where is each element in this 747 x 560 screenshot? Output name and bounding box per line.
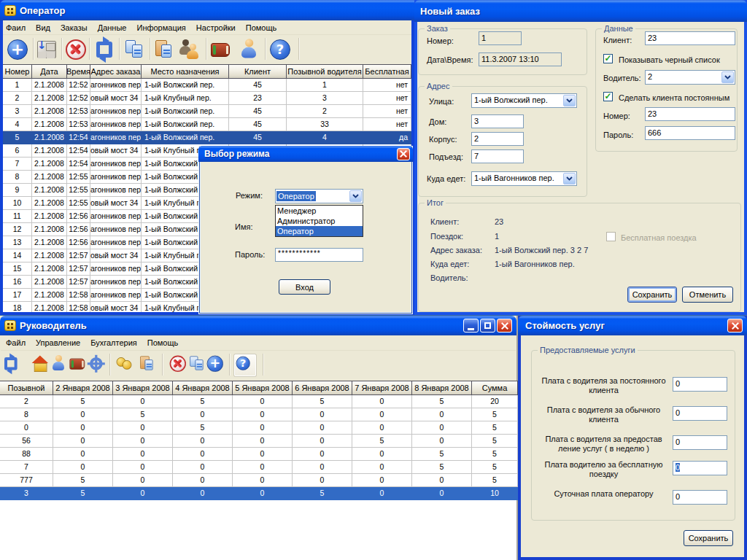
building-field[interactable]: 2 [471,132,524,146]
column-header[interactable]: Адрес заказа [90,64,142,79]
service-field[interactable]: 0 [673,461,727,475]
mode-combo[interactable]: Оператор [275,189,363,203]
toolbar-book-button[interactable] [209,38,232,61]
table-row[interactable]: 8800000055 [0,448,518,461]
toolbar-settings-button[interactable] [87,354,110,378]
menu-item[interactable]: Файл [1,338,31,347]
perm-number-field[interactable]: 23 [645,107,735,121]
order-number-field[interactable]: 1 [479,31,522,45]
minimize-button[interactable] [463,319,479,332]
street-combo-arrow[interactable] [563,95,576,106]
table-row[interactable]: 77750000005 [0,474,518,487]
table-row[interactable]: 12.1.200812:52агонников пер.1-ый Волжски… [3,79,411,92]
toolbar-coins-button[interactable] [115,354,139,378]
table-row[interactable]: 3500050010 [0,487,518,500]
toolbar-clients-button[interactable] [178,38,201,61]
column-header[interactable]: 8 Января 2008 [412,381,472,395]
cancel-button[interactable]: Отменить [682,287,733,303]
column-header[interactable]: 7 Января 2008 [352,381,412,395]
service-field[interactable]: 0 [673,435,727,450]
toolbar-paste-button[interactable] [137,354,160,378]
operator-titlebar[interactable]: Оператор [0,0,414,20]
menu-item[interactable]: Бухгалтерия [85,338,142,347]
order-datetime-field[interactable]: 11.3.2007 13:10 [479,52,562,66]
menu-item[interactable]: Информация [131,23,190,32]
toolbar-paste-button[interactable] [152,38,175,61]
toolbar-delete-button[interactable] [64,38,88,61]
column-header[interactable]: Бесплатная [363,64,411,79]
column-header[interactable]: Позывной [0,381,53,395]
toolbar-add-button[interactable]: + [6,38,29,61]
blacklist-checkbox[interactable]: ✓ [603,54,613,63]
service-field[interactable]: 0 [673,490,727,505]
login-button[interactable]: Вход [279,279,330,295]
menu-item[interactable]: Фаил [1,23,31,32]
cell: 0 [113,435,173,448]
save-button[interactable]: Сохранить [627,287,677,303]
dropdown-option[interactable]: Администратор [276,216,363,226]
table-row[interactable]: 42.1.200812:53агонников пер.1-ый Волжски… [3,118,411,131]
menu-item[interactable]: Вид [31,23,55,32]
perm-password-field[interactable]: 666 [645,126,735,140]
manager-close-button[interactable] [497,319,512,332]
service-field[interactable]: 0 [673,377,727,392]
toolbar-add-button[interactable]: + [206,354,229,378]
mode-combo-arrow[interactable] [349,190,362,202]
house-field[interactable]: 3 [471,114,524,128]
services-save-button[interactable]: Сохранить [684,530,733,546]
services-titlebar[interactable]: Стоймость услуг [518,316,747,335]
toolbar-help-button[interactable]: ? [268,38,292,61]
services-close-button[interactable] [727,319,743,332]
toolbar-copy-button[interactable] [123,38,146,61]
table-row[interactable]: 5600000505 [0,435,518,448]
table-row[interactable]: 52.1.200812:54агонников пер.1-ый Волжски… [3,131,411,144]
destination-combo-arrow[interactable] [563,173,576,184]
column-header[interactable]: Дата [32,64,67,79]
menu-item[interactable]: Управление [31,338,85,347]
password-field[interactable]: ************ [275,248,363,262]
table-row[interactable]: 700000055 [0,461,518,474]
new-order-titlebar[interactable]: Новый заказ [414,0,747,22]
column-header[interactable]: 2 Января 2008 [53,381,113,395]
menu-item[interactable]: Помощь [142,338,184,347]
street-combo[interactable]: 1-ый Волжский пер. [471,93,577,108]
mode-dialog-close-button[interactable] [397,148,410,160]
column-header[interactable]: Место назначения [142,64,229,79]
manager-titlebar[interactable]: Руководитель [0,316,516,335]
column-header[interactable]: 4 Января 2008 [173,381,233,395]
table-row[interactable]: 000500005 [0,421,518,435]
column-header[interactable]: Номер [3,64,32,79]
menu-item[interactable]: Заказы [55,23,93,32]
destination-combo[interactable]: 1-ый Вагонников пер. [471,171,577,186]
driver-combo[interactable]: 2 [645,70,735,85]
maximize-button[interactable] [480,319,495,332]
mode-dialog-titlebar[interactable]: Выбор режима [198,146,413,162]
column-header[interactable]: 3 Января 2008 [113,381,173,395]
menu-item[interactable]: Данные [93,23,132,32]
table-row[interactable]: 22.1.200812:52овый мост 34 11-ый Клубный… [3,92,411,105]
toolbar-refresh-button[interactable] [1,354,25,378]
entrance-field[interactable]: 7 [471,149,524,163]
toolbar-refresh-button[interactable] [93,38,116,61]
driver-combo-arrow[interactable] [721,71,734,83]
menu-item[interactable]: Помощь [241,23,282,32]
dropdown-option[interactable]: Менеджер [276,206,363,216]
toolbar-save-button[interactable]: ↓ [35,38,58,61]
column-header[interactable]: Позывной водителя [287,64,363,79]
column-header[interactable]: Время [67,64,90,79]
table-row[interactable]: 32.1.200812:53агонников пер.1-ый Волжски… [3,105,411,118]
table-row[interactable]: 805000005 [0,408,518,421]
toolbar-user-button[interactable] [238,38,261,61]
service-field[interactable]: 0 [673,406,727,421]
client-field[interactable]: 23 [645,31,735,45]
column-header[interactable]: Сумма [472,381,518,395]
column-header[interactable]: 6 Января 2008 [293,381,352,395]
permanent-checkbox[interactable]: ✓ [603,92,613,101]
table-row[interactable]: 2505050520 [0,395,518,408]
column-header[interactable]: 5 Января 2008 [233,381,293,395]
column-header[interactable]: Клиент [229,64,287,79]
menu-item[interactable]: Настройки [191,23,241,32]
toolbar-help-button[interactable]: ? [234,354,256,376]
free-ride-checkbox[interactable] [606,232,616,241]
dropdown-option[interactable]: Оператор [276,226,363,236]
